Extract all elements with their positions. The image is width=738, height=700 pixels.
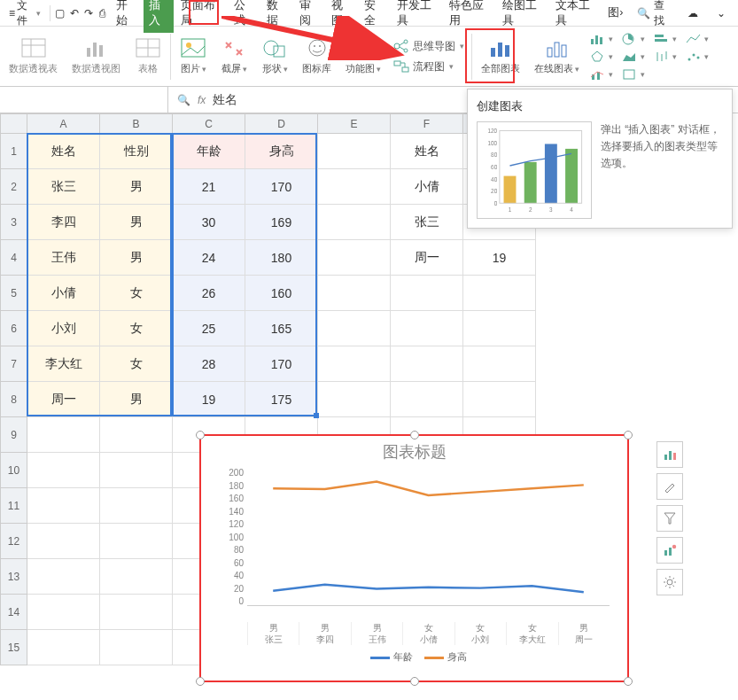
ribbon-screenshot[interactable]: 截屏▾ (215, 29, 252, 84)
row-head[interactable]: 15 (1, 630, 27, 665)
cell[interactable] (318, 169, 391, 205)
cell[interactable]: 小倩 (391, 169, 463, 205)
chart-style-button[interactable] (656, 473, 683, 500)
cell[interactable]: 小倩 (27, 276, 100, 311)
col-head-b[interactable]: B (100, 114, 173, 134)
cell[interactable] (318, 134, 391, 169)
cloud-icon[interactable]: ☁ (687, 6, 699, 20)
resize-handle[interactable] (410, 431, 419, 439)
ribbon-shapes[interactable]: 形状▾ (256, 29, 293, 84)
cell[interactable]: 李大红 (27, 346, 100, 382)
col-head-c[interactable]: C (173, 114, 245, 134)
cell[interactable] (100, 559, 173, 595)
formula-value[interactable]: 姓名 (213, 92, 237, 108)
cell[interactable]: 男 (100, 240, 173, 276)
cell[interactable] (100, 630, 173, 665)
mini-more-icon[interactable]: ▾ (622, 68, 645, 81)
cell[interactable]: 姓名 (391, 134, 463, 169)
resize-handle[interactable] (196, 431, 205, 439)
ribbon-flowchart[interactable]: 流程图▾ (393, 59, 464, 74)
cell[interactable]: 张三 (391, 205, 463, 240)
col-head-d[interactable]: D (245, 114, 318, 134)
ribbon-picture[interactable]: 图片▾ (175, 29, 212, 84)
mini-stock-icon[interactable]: ▾ (654, 51, 677, 63)
row-head[interactable]: 4 (1, 240, 27, 276)
ribbon-icon-library[interactable]: 图标库 (297, 29, 337, 84)
fx-icon[interactable]: fx (198, 94, 206, 106)
cell[interactable] (391, 276, 463, 311)
mini-radar-icon[interactable]: ▾ (590, 51, 613, 63)
cell[interactable]: 170 (245, 346, 318, 382)
cell[interactable] (27, 417, 100, 453)
cell[interactable]: 169 (245, 205, 318, 240)
col-head-e[interactable]: E (318, 114, 391, 134)
cell[interactable]: 周一 (391, 240, 463, 276)
mini-combo-icon[interactable]: ▾ (590, 68, 613, 81)
cell[interactable] (27, 524, 100, 559)
cell[interactable]: 女 (100, 346, 173, 382)
tab-more[interactable]: 图› (602, 1, 628, 25)
cell[interactable]: 性别 (100, 134, 173, 169)
cell[interactable]: 女 (100, 311, 173, 346)
chart-elements-button[interactable] (656, 441, 683, 468)
mini-pie-icon[interactable]: ▾ (622, 33, 645, 45)
cell[interactable] (318, 240, 391, 276)
embedded-chart[interactable]: 图表标题 020406080100120140160180200 男张三男李四男… (199, 434, 629, 682)
cell[interactable] (100, 453, 173, 488)
cell[interactable]: 24 (173, 240, 245, 276)
cell[interactable]: 30 (173, 205, 245, 240)
cell[interactable] (391, 346, 463, 382)
chart-settings-button[interactable] (656, 569, 683, 595)
print-icon[interactable]: ⎙ (97, 6, 109, 20)
undo-icon[interactable]: ↶ (68, 6, 81, 20)
cell[interactable]: 180 (245, 240, 318, 276)
select-all-corner[interactable] (1, 114, 27, 134)
row-head[interactable]: 11 (1, 488, 27, 524)
row-head[interactable]: 9 (1, 417, 27, 453)
row-head[interactable]: 1 (1, 134, 27, 169)
cell[interactable]: 王伟 (27, 240, 100, 276)
cell[interactable] (27, 488, 100, 524)
chart-export-button[interactable] (656, 537, 683, 564)
row-head[interactable]: 12 (1, 524, 27, 559)
cell[interactable]: 女 (100, 276, 173, 311)
cell[interactable]: 160 (245, 276, 318, 311)
resize-handle[interactable] (624, 677, 633, 686)
cell[interactable]: 175 (245, 382, 318, 417)
cell[interactable] (318, 205, 391, 240)
cell[interactable] (391, 382, 463, 417)
cell[interactable] (27, 630, 100, 665)
cell[interactable] (391, 311, 463, 346)
row-head[interactable]: 10 (1, 453, 27, 488)
ribbon-all-charts[interactable]: 全部图表 (476, 29, 525, 84)
cell[interactable]: 26 (173, 276, 245, 311)
chart-filter-button[interactable] (656, 505, 683, 532)
row-head[interactable]: 6 (1, 311, 27, 346)
chevron-down-small-icon[interactable]: ⌄ (715, 6, 727, 20)
cell[interactable] (100, 524, 173, 559)
resize-handle[interactable] (624, 431, 633, 439)
cell[interactable] (100, 595, 173, 630)
cell[interactable] (463, 346, 536, 382)
cell[interactable] (318, 311, 391, 346)
cell[interactable] (318, 382, 391, 417)
cell[interactable]: 25 (173, 311, 245, 346)
cell[interactable] (463, 276, 536, 311)
magnifier-icon[interactable]: 🔍 (177, 94, 190, 106)
cell[interactable]: 165 (245, 311, 318, 346)
cell[interactable] (463, 311, 536, 346)
row-head[interactable]: 7 (1, 346, 27, 382)
cell[interactable]: 男 (100, 169, 173, 205)
cell[interactable]: 身高 (245, 134, 318, 169)
cell[interactable]: 小刘 (27, 311, 100, 346)
col-head-f[interactable]: F (391, 114, 463, 134)
cell[interactable]: 19 (173, 382, 245, 417)
save-icon[interactable]: ▢ (54, 6, 66, 20)
col-head-a[interactable]: A (27, 114, 100, 134)
cell[interactable] (100, 417, 173, 453)
redo-icon[interactable]: ↷ (82, 6, 95, 20)
cell[interactable] (318, 346, 391, 382)
cell[interactable]: 28 (173, 346, 245, 382)
mini-area-icon[interactable]: ▾ (622, 51, 645, 63)
mini-hbar-icon[interactable]: ▾ (654, 33, 677, 45)
